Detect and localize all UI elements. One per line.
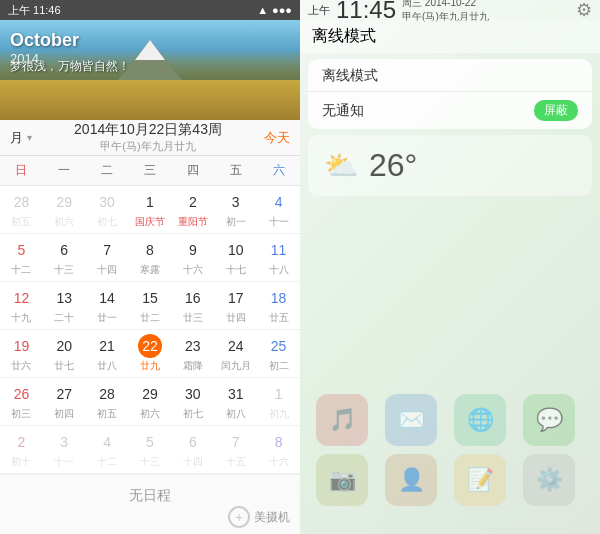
day-header-sat: 六 — [257, 156, 300, 185]
day-cell[interactable]: 7十四 — [86, 234, 129, 281]
day-cell[interactable]: 25初二 — [257, 330, 300, 377]
add-button-area[interactable]: + 美摄机 — [228, 506, 290, 528]
right-weekday: 周三 2014-10-22 — [402, 0, 489, 10]
weather-temperature: 26° — [369, 147, 417, 184]
day-cell[interactable]: 5十二 — [0, 234, 43, 281]
hero-snow-cap — [135, 40, 165, 60]
day-cell[interactable]: 1国庆节 — [129, 186, 172, 233]
month-main-title: 2014年10月22日第43周 — [32, 121, 264, 139]
app-icon-messages[interactable]: 💬 — [523, 394, 575, 446]
hero-month: October — [10, 30, 79, 51]
status-bar-left: 上午 11:46 ▲ ●●● — [0, 0, 300, 20]
notification-panel: 离线模式 无通知 屏蔽 — [308, 59, 592, 129]
day-cell[interactable]: 3初一 — [214, 186, 257, 233]
hero-quote: 梦很浅，万物皆自然！ — [10, 58, 130, 75]
notification-label: 无通知 — [322, 102, 364, 120]
app-icon-mail[interactable]: ✉️ — [385, 394, 437, 446]
day-cell[interactable]: 4十一 — [257, 186, 300, 233]
gear-icon[interactable]: ⚙ — [576, 0, 592, 21]
month-sub-title: 甲午(马)年九月廿九 — [32, 139, 264, 154]
day-cell[interactable]: 15廿二 — [129, 282, 172, 329]
week-row: 28初五 29初六 30初七 1国庆节 2重阳节 3初一 4十一 — [0, 186, 300, 234]
add-icon[interactable]: + — [228, 506, 250, 528]
day-cell[interactable]: 8十六 — [257, 426, 300, 473]
notification-badge[interactable]: 屏蔽 — [534, 100, 578, 121]
month-title-area: 2014年10月22日第43周 甲午(马)年九月廿九 — [32, 121, 264, 154]
right-panel: 上午 11:45 周三 2014-10-22 甲午(马)年九月廿九 ⚙ 离线模式… — [300, 0, 600, 534]
time-prefix: 上午 — [308, 3, 330, 18]
app-icon-notes[interactable]: 📝 — [454, 454, 506, 506]
app-icon-camera[interactable]: 📷 — [316, 454, 368, 506]
app-icon-contacts[interactable]: 👤 — [385, 454, 437, 506]
week-row: 5十二 6十三 7十四 8寒露 9十六 10十七 11十八 — [0, 234, 300, 282]
day-cell[interactable]: 9十六 — [171, 234, 214, 281]
day-cell[interactable]: 2重阳节 — [171, 186, 214, 233]
today-button[interactable]: 今天 — [264, 129, 290, 147]
day-cell[interactable]: 19廿六 — [0, 330, 43, 377]
day-cell[interactable]: 5十三 — [129, 426, 172, 473]
day-cell[interactable]: 27初四 — [43, 378, 86, 425]
day-cell[interactable]: 11十八 — [257, 234, 300, 281]
offline-mode-label: 离线模式 — [312, 26, 376, 47]
day-cell[interactable]: 7十五 — [214, 426, 257, 473]
add-label: 美摄机 — [254, 509, 290, 526]
temp-unit: ° — [405, 147, 418, 183]
day-cell[interactable]: 29初六 — [129, 378, 172, 425]
right-offline-header: 离线模式 — [300, 20, 600, 53]
day-header-fri: 五 — [214, 156, 257, 185]
hero-image: October 2014 梦很浅，万物皆自然！ — [0, 20, 300, 120]
day-cell[interactable]: 29初六 — [43, 186, 86, 233]
day-header-sun: 日 — [0, 156, 43, 185]
status-icons-left: ▲ ●●● — [257, 4, 292, 16]
calendar-grid: 日 一 二 三 四 五 六 28初五 29初六 30初七 1国庆节 2重阳节 3… — [0, 156, 300, 474]
day-headers: 日 一 二 三 四 五 六 — [0, 156, 300, 186]
day-cell[interactable]: 8寒露 — [129, 234, 172, 281]
day-cell[interactable]: 3十一 — [43, 426, 86, 473]
month-nav: 月 ▾ 2014年10月22日第43周 甲午(马)年九月廿九 今天 — [0, 120, 300, 156]
day-cell[interactable]: 26初三 — [0, 378, 43, 425]
day-cell[interactable]: 14廿一 — [86, 282, 129, 329]
app-icon-music[interactable]: 🎵 — [316, 394, 368, 446]
day-cell[interactable]: 13二十 — [43, 282, 86, 329]
week-row: 19廿六 20廿七 21廿八 22廿九 23霜降 24闰九月 25初二 — [0, 330, 300, 378]
left-panel: 上午 11:46 ▲ ●●● October 2014 梦很浅，万物皆自然！ 月… — [0, 0, 300, 534]
day-cell[interactable]: 12十九 — [0, 282, 43, 329]
month-selector-label: 月 — [10, 129, 23, 147]
day-cell[interactable]: 2初十 — [0, 426, 43, 473]
weather-icon: ⛅ — [324, 149, 359, 182]
day-cell[interactable]: 4十二 — [86, 426, 129, 473]
day-cell[interactable]: 6十四 — [171, 426, 214, 473]
day-cell[interactable]: 31初八 — [214, 378, 257, 425]
day-cell[interactable]: 28初五 — [86, 378, 129, 425]
day-cell[interactable]: 30初七 — [171, 378, 214, 425]
signal-icon: ●●● — [272, 4, 292, 16]
notification-title: 离线模式 — [308, 59, 592, 92]
app-grid: 🎵 ✉️ 🌐 💬 📷 👤 📝 ⚙️ — [300, 386, 600, 514]
day-header-tue: 二 — [86, 156, 129, 185]
day-cell[interactable]: 20廿七 — [43, 330, 86, 377]
today-cell[interactable]: 22廿九 — [129, 330, 172, 377]
status-bar-right: 上午 11:45 周三 2014-10-22 甲午(马)年九月廿九 ⚙ — [300, 0, 600, 20]
day-cell[interactable]: 1初九 — [257, 378, 300, 425]
calendar-weeks: 28初五 29初六 30初七 1国庆节 2重阳节 3初一 4十一 5十二 6十三… — [0, 186, 300, 474]
day-cell[interactable]: 18廿五 — [257, 282, 300, 329]
day-cell[interactable]: 17廿四 — [214, 282, 257, 329]
day-cell[interactable]: 24闰九月 — [214, 330, 257, 377]
day-cell[interactable]: 16廿三 — [171, 282, 214, 329]
day-header-mon: 一 — [43, 156, 86, 185]
hero-field — [0, 80, 300, 120]
week-row: 12十九 13二十 14廿一 15廿二 16廿三 17廿四 18廿五 — [0, 282, 300, 330]
app-icon-settings[interactable]: ⚙️ — [523, 454, 575, 506]
day-cell[interactable]: 23霜降 — [171, 330, 214, 377]
day-cell[interactable]: 21廿八 — [86, 330, 129, 377]
month-selector[interactable]: 月 ▾ — [10, 129, 32, 147]
day-cell[interactable]: 28初五 — [0, 186, 43, 233]
day-header-thu: 四 — [171, 156, 214, 185]
day-cell[interactable]: 10十七 — [214, 234, 257, 281]
temp-number: 26 — [369, 147, 405, 183]
day-cell[interactable]: 6十三 — [43, 234, 86, 281]
wifi-icon: ▲ — [257, 4, 268, 16]
weather-area: ⛅ 26° — [308, 135, 592, 196]
day-cell[interactable]: 30初七 — [86, 186, 129, 233]
app-icon-browser[interactable]: 🌐 — [454, 394, 506, 446]
